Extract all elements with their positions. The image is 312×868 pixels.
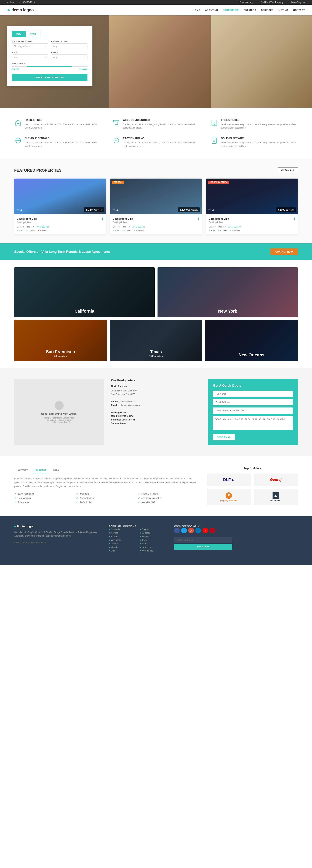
property-info-3: 3 Bedroom Villa ℹ Seminyak Area Beds: 3 … [206,214,298,235]
nav-listing[interactable]: Listing [278,9,288,11]
info-icon-1[interactable]: ℹ [102,217,103,220]
tab-buy[interactable]: BUY [12,31,26,37]
quick-quote: Get A Quick Quote SEND EMAIL [208,379,298,445]
hq-info: Our Headquarters North America: 795 Fols… [111,379,201,445]
beds-select[interactable]: Any 1 2 3 [12,55,48,60]
search-row-location: CHOOSE LOCATIONS Nothing selected Califo… [12,40,88,49]
location-california[interactable]: California [14,268,155,317]
property-price-2: $200,000 Annually [178,207,200,212]
newsletter-email-input[interactable] [174,537,232,543]
loc-nevada[interactable]: Nevada [109,531,136,535]
subscribe-button[interactable]: SUBSCRIBE [174,544,232,550]
check-assurance: ✓ 100% Assurance [14,492,73,496]
beds-field: BEDS Any 1 2 3 [12,52,48,60]
quick-quote-title: Get A Quick Quote [213,384,293,388]
location-newyork[interactable]: New York [158,268,298,317]
tab-why-us[interactable]: Why Us? [14,467,31,473]
fav-icon-1[interactable]: ♡ [16,209,19,212]
offers-banner: Special Offers on Villa Long Term Rental… [0,243,312,260]
baths-label: BATHS [51,52,88,54]
loc-colorado[interactable]: Colorado [140,531,167,535]
property-type-select[interactable]: Any Villa Apartment [51,43,88,49]
share-icon-1[interactable]: ⊕ [20,209,23,212]
check-all-button[interactable]: CHECK ALL [278,167,298,173]
loc-ohio[interactable]: Ohio [109,549,136,553]
internet-check-1: ✓ Internet [26,229,35,231]
check-hardworking: ✓ Hard Working [14,496,73,500]
svg-rect-0 [113,120,119,122]
property-name-2: 3 Bedroom Villa [113,217,133,220]
social-twitter[interactable]: t [181,528,187,533]
share-icon-3[interactable]: ⊕ [212,209,214,212]
nav-properties[interactable]: Properties [223,9,239,11]
loc-oregon[interactable]: Oregon [140,528,167,531]
login-link[interactable]: Login/Register [291,1,305,4]
search-properties-button[interactable]: SEARCH PROPERTIES [12,74,88,81]
tab-properties[interactable]: Properties [31,467,50,473]
loc-newyork[interactable]: New York [140,546,167,549]
loc-california[interactable]: California [109,528,136,531]
loc-washington[interactable]: Washington [109,538,136,542]
featured-section: FEATURED PROPERTIES CHECK ALL $1.2m Apar… [0,159,312,243]
quote-email-input[interactable] [213,399,293,405]
send-email-button[interactable]: SEND EMAIL [213,434,235,440]
share-icon-2[interactable]: ⊕ [116,209,118,212]
loc-hawaii[interactable]: Hawaii [109,535,136,538]
cleaning-icon-2: ✓ [134,229,135,231]
tab-rent[interactable]: RENT [26,31,40,37]
check-friendly: ✓ Friendly & Helpful [138,492,196,496]
loc-virginia[interactable]: Virginia [109,546,136,549]
price-slider-track[interactable] [12,66,88,67]
check-available: ✓ Available 24x7 [138,500,196,504]
social-googleplus[interactable]: g+ [188,528,194,533]
fav-icon-2[interactable]: ♡ [112,209,115,212]
location-sf[interactable]: San Francisco 8 Properties [14,320,107,361]
loc-ottawa[interactable]: Ottawa [109,542,136,546]
download-link[interactable]: Download App [239,1,253,4]
locations-section: California New York San Francisco 8 Prop… [0,260,312,368]
quote-looking-field [213,416,293,431]
loc-kentucky[interactable]: Kentucky [140,535,167,538]
info-icon-2[interactable]: ℹ [198,217,199,220]
location-texas[interactable]: Texas 15 Properties [110,320,202,361]
top-bar-right: Download App | Sell/Rent Your Property |… [237,1,305,4]
builders-grid: DLF▲ Godrej P property Solutions PROPERT… [207,473,298,505]
loc-miami[interactable]: Miami [140,542,167,546]
property-favs-3: ♡ ⊕ [208,209,214,212]
quote-looking-textarea[interactable] [213,416,293,430]
footer-desc: We believe in Simple, Creative & Flexibl… [14,530,102,538]
fav-icon-3[interactable]: ♡ [208,209,211,212]
loc-newjersey[interactable]: New Jersey [140,549,167,553]
nav-about[interactable]: About Us [205,9,218,11]
cleaning-check-3: ✓ Cleaning [230,229,240,231]
check-icon-2: ✓ [14,497,16,499]
location-neworleans[interactable]: New Orleans [205,320,298,361]
tab-legal[interactable]: Legal [50,467,63,473]
social-linkedin[interactable]: in [195,528,201,533]
social-pinterest[interactable]: p [210,528,215,533]
contact-now-button[interactable]: CONTACT NOW [270,248,298,255]
check-icon-1: ✓ [14,492,16,495]
quote-phone-input[interactable] [213,407,293,414]
baths-select[interactable]: Any 1 2 3 [51,55,88,60]
pool-check-3: ✓ Pool [209,229,215,231]
location-select[interactable]: Nothing selected California New York [12,43,48,49]
quote-name-input[interactable] [213,391,293,397]
nav-builders[interactable]: Builders [244,9,256,11]
nav-home[interactable]: Home [193,9,200,11]
top-builders: Top Builders DLF▲ Godrej P property Solu… [207,467,298,505]
social-youtube[interactable]: yt [203,528,208,533]
property-location-1: Seminyak Area [17,221,103,224]
loc-texas[interactable]: Texas [140,538,167,542]
nav-contact[interactable]: Contact [293,9,305,11]
footer-locations-title: POPULAR LOCATIONS [109,525,167,528]
check-icon-6: ✓ [76,501,78,504]
sell-link[interactable]: Sell/Rent Your Property [261,1,283,4]
nav-services[interactable]: Services [261,9,274,11]
city-selector[interactable]: All Cities [7,1,15,4]
why-list-1: ✓ 100% Assurance ✓ Hard Working ✓ Trustw… [14,492,73,504]
feature-desc-constructed: Display your Content attractively using … [123,123,200,130]
hq-title: Our Headquarters [111,379,201,382]
social-facebook[interactable]: f [174,528,180,533]
info-icon-3[interactable]: ℹ [294,217,295,220]
